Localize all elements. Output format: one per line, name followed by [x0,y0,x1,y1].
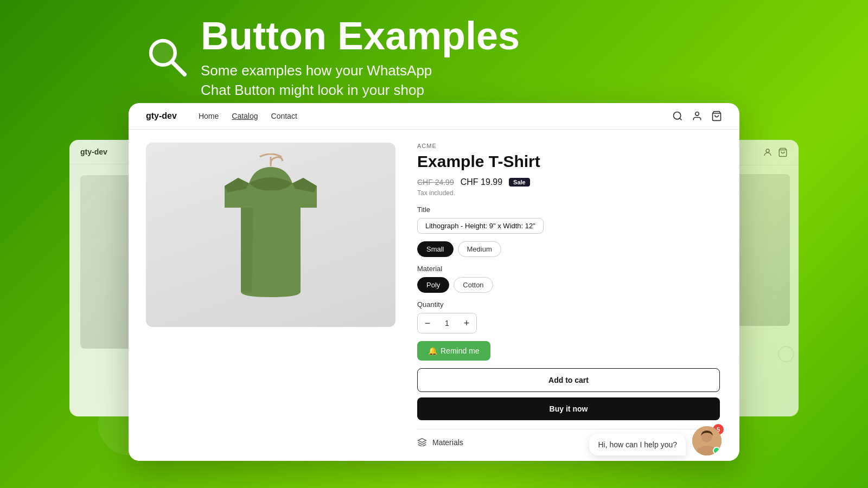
nav-link-catalog[interactable]: Catalog [232,112,258,120]
quantity-decrease-btn[interactable]: − [418,313,437,333]
product-image-container [146,143,395,446]
header-section: Button Examples Some examples how your W… [146,16,520,100]
size-small-btn[interactable]: Small [417,241,454,257]
navigation: gty-dev Home Catalog Contact [129,103,739,130]
material-cotton-btn[interactable]: Cotton [454,277,493,293]
add-to-cart-button[interactable]: Add to cart [417,368,720,392]
materials-label: Materials [432,438,463,447]
size-medium-btn[interactable]: Medium [458,241,501,257]
tax-note: Tax included. [417,189,720,197]
svg-point-4 [674,112,681,119]
product-details: ACME Example T-Shirt CHF 24.99 CHF 19.99… [417,143,722,446]
page-subtitle: Some examples how your WhatsApp Chat But… [201,61,520,100]
tshirt-image [195,153,347,316]
sale-price: CHF 19.99 [461,177,502,187]
size-option-section: Small Medium [417,241,720,257]
quantity-section: Quantity − 1 + [417,300,720,333]
chat-bubble: Hi, how can I help you? [589,434,686,455]
nav-logo: gty-dev [146,111,177,121]
quantity-label: Quantity [417,300,720,309]
material-poly-btn[interactable]: Poly [417,277,449,293]
title-option-section: Title Lithograph - Height: 9" x Width: 1… [417,206,720,234]
size-buttons: Small Medium [417,241,720,257]
svg-point-2 [766,149,769,152]
material-buttons: Poly Cotton [417,277,720,293]
buy-now-button[interactable]: Buy it now [417,397,720,420]
price-row: CHF 24.99 CHF 19.99 Sale [417,177,720,187]
avatar-wrapper: 5 [692,426,722,455]
remind-me-button[interactable]: 🔔 Remind me [417,341,490,361]
user-icon[interactable] [692,111,703,121]
nav-icons [672,111,722,121]
bg-right-dot [778,346,794,362]
page-title: Button Examples [201,16,520,55]
accordion-materials-left: Materials [417,438,463,447]
materials-icon [417,438,427,447]
product-image [146,143,395,327]
material-label: Material [417,265,720,273]
header-text: Button Examples Some examples how your W… [201,16,520,100]
nav-links: Home Catalog Contact [199,112,656,120]
quantity-control: − 1 + [417,313,477,333]
svg-point-5 [695,112,699,116]
material-option-section: Material Poly Cotton [417,265,720,293]
sale-badge: Sale [509,178,530,187]
product-brand: ACME [417,143,720,149]
bell-icon: 🔔 [428,346,437,355]
original-price: CHF 24.99 [417,178,454,187]
search-icon[interactable] [672,111,683,121]
whatsapp-widget[interactable]: Hi, how can I help you? 5 [589,426,722,455]
search-icon-large [146,36,190,80]
product-title: Example T-Shirt [417,152,720,171]
title-option-btn[interactable]: Lithograph - Height: 9" x Width: 12" [417,218,544,234]
product-area: ACME Example T-Shirt CHF 24.99 CHF 19.99… [129,130,739,459]
cart-icon[interactable] [711,111,722,121]
title-option-buttons: Lithograph - Height: 9" x Width: 12" [417,218,720,234]
cart-icon-bg [778,147,788,157]
user-icon-bg [763,147,773,157]
title-option-label: Title [417,206,720,214]
quantity-value: 1 [437,319,457,328]
nav-link-contact[interactable]: Contact [271,112,297,120]
svg-line-1 [171,62,184,75]
nav-link-home[interactable]: Home [199,112,219,120]
remind-me-label: Remind me [441,346,480,355]
online-indicator [713,447,720,454]
quantity-increase-btn[interactable]: + [457,313,476,333]
chat-avatar[interactable] [692,426,722,455]
main-product-card: gty-dev Home Catalog Contact [129,103,739,461]
